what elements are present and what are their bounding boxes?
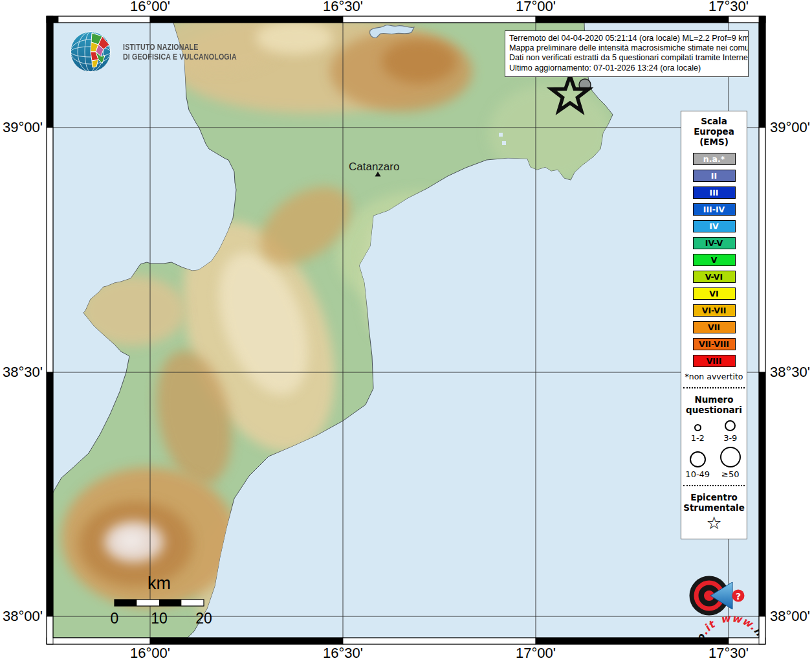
legend-panel: Scala Europea (EMS) n.a.*IIIIIIII-IVIVIV…: [681, 111, 747, 539]
earthquake-info-box: Terremoto del 04-04-2020 05:21:14 (ora l…: [505, 30, 749, 77]
size-key-1-2: 1-2: [681, 424, 714, 443]
lat-left-3: 38°00': [3, 608, 43, 624]
epicenter-star-key-icon: ☆: [681, 514, 747, 532]
size-key-3-9: 3-9: [714, 420, 747, 443]
ems-chip-iii: III: [693, 186, 736, 199]
scale-tick-20: 20: [195, 610, 212, 627]
lat-right-3: 38°00': [770, 608, 810, 624]
lat-left-2: 38°30': [3, 364, 43, 380]
ingv-line2: DI GEOFISICA E VULCANOLOGIA: [123, 52, 237, 62]
divider: [683, 387, 745, 388]
city-label: Catanzaro: [349, 161, 399, 173]
circle-icon-small: [694, 424, 701, 431]
ems-chip-vi-vii: VI-VII: [693, 304, 736, 317]
legend-title-2: Europea: [681, 126, 747, 137]
ems-chip-iv-v: IV-V: [693, 237, 736, 249]
ems-chip-viii: VIII: [693, 355, 736, 367]
question-mark: ?: [736, 591, 741, 601]
lon-top-4: 17°30': [708, 0, 749, 14]
ems-scale-list: n.a.*IIIIIIII-IVIVIV-VVV-VIVIVI-VIIVIIVI…: [681, 153, 747, 367]
lon-top-1: 16°00': [130, 0, 170, 14]
ems-chip-v-vi: V-VI: [693, 271, 736, 283]
ingv-globe-icon: [66, 27, 115, 76]
scale-bar-unit: km: [148, 574, 171, 593]
scale-tick-10: 10: [151, 610, 168, 627]
ems-chip-iii-iv: III-IV: [693, 203, 736, 216]
lat-left-1: 39°00': [3, 119, 43, 135]
ems-chip-vii: VII: [693, 321, 736, 333]
ingv-macroseismic-map-page: Catanzaro km 0 10 20 ?: [0, 0, 812, 663]
lat-right-2: 38°30': [770, 364, 810, 380]
lon-bottom-3: 17°00': [516, 645, 556, 661]
ems-chip-vi: VI: [693, 287, 736, 300]
epicenter-title-1: Epicentro: [681, 492, 747, 502]
questionnaires-title-2: questionari: [681, 405, 747, 415]
epicenter-title-2: Strumentale: [681, 502, 747, 513]
size-key-10-49: 10-49: [681, 451, 714, 479]
questionnaires-title-1: Numero: [681, 394, 747, 405]
circle-icon-large: [690, 451, 706, 467]
circle-icon-xlarge: [720, 447, 741, 467]
ems-chip-ii: II: [693, 170, 736, 182]
lon-top-3: 17°00': [516, 0, 556, 14]
legend-title-3: (EMS): [681, 137, 747, 147]
divider: [683, 485, 745, 486]
legend-footnote: *non avvertito: [681, 372, 747, 381]
scale-tick-0: 0: [111, 610, 119, 627]
lon-bottom-4: 17°30': [708, 645, 749, 661]
legend-title-1: Scala: [681, 116, 747, 126]
ingv-line1: ISTITUTO NAZIONALE: [123, 42, 237, 52]
ingv-wordmark: ISTITUTO NAZIONALE DI GEOFISICA E VULCAN…: [123, 42, 237, 62]
lon-top-2: 16°30': [323, 0, 363, 14]
size-key-50plus: ≥50: [714, 447, 747, 479]
ems-chip-n-a-: n.a.*: [693, 153, 736, 165]
ingv-logo: ISTITUTO NAZIONALE DI GEOFISICA E VULCAN…: [66, 27, 261, 76]
lon-bottom-2: 16°30': [323, 645, 363, 661]
circle-icon-medium: [725, 420, 736, 431]
info-line-data: Dati non verificati estratti da 5 questi…: [509, 53, 744, 63]
map-interior: Catanzaro km 0 10 20 ?: [50, 13, 772, 663]
small-reservoir: [499, 133, 503, 137]
info-line-map: Mappa preliminare delle intensità macros…: [509, 43, 744, 53]
ems-chip-vii-viii: VII-VIII: [693, 338, 736, 350]
info-line-event: Terremoto del 04-04-2020 05:21:14 (ora l…: [509, 34, 744, 43]
ems-chip-iv: IV: [693, 220, 736, 232]
info-line-updated: Ultimo aggiornamento: 07-01-2026 13:24 (…: [509, 63, 744, 73]
lat-right-1: 39°00': [770, 119, 810, 135]
lon-bottom-1: 16°00': [130, 645, 170, 661]
ems-chip-v: V: [693, 254, 736, 266]
small-reservoir: [502, 141, 506, 145]
questionnaire-size-key: 1-2 3-9 10-49 ≥50: [681, 420, 747, 479]
